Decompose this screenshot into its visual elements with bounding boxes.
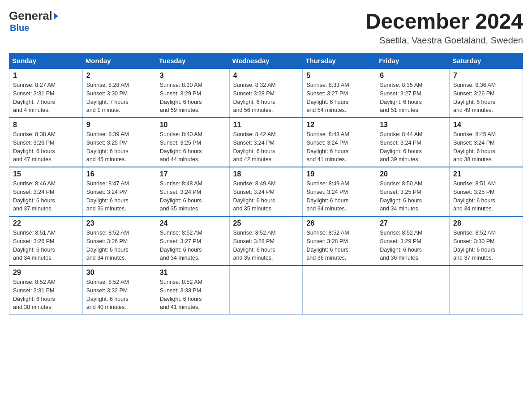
day-number: 29	[13, 269, 79, 277]
day-info: Sunrise: 8:36 AMSunset: 3:26 PMDaylight:…	[453, 81, 519, 115]
logo-text: General	[9, 9, 58, 23]
day-number: 11	[233, 121, 299, 129]
week-row: 29Sunrise: 8:52 AMSunset: 3:31 PMDayligh…	[9, 265, 523, 315]
calendar-cell	[229, 265, 303, 315]
calendar-cell: 10Sunrise: 8:40 AMSunset: 3:25 PMDayligh…	[156, 118, 229, 167]
calendar-cell: 4Sunrise: 8:32 AMSunset: 3:28 PMDaylight…	[229, 68, 303, 118]
day-number: 30	[86, 269, 152, 277]
day-info: Sunrise: 8:49 AMSunset: 3:24 PMDaylight:…	[233, 180, 299, 213]
calendar-cell	[376, 265, 450, 315]
header-monday: Monday	[82, 53, 156, 69]
day-info: Sunrise: 8:39 AMSunset: 3:25 PMDaylight:…	[86, 130, 152, 164]
calendar-cell: 15Sunrise: 8:46 AMSunset: 3:24 PMDayligh…	[9, 167, 83, 216]
header-thursday: Thursday	[303, 53, 376, 69]
header-saturday: Saturday	[450, 53, 523, 69]
day-number: 5	[306, 72, 372, 80]
calendar-cell	[450, 265, 523, 315]
day-info: Sunrise: 8:43 AMSunset: 3:24 PMDaylight:…	[306, 130, 372, 164]
calendar-cell: 18Sunrise: 8:49 AMSunset: 3:24 PMDayligh…	[229, 167, 303, 216]
day-info: Sunrise: 8:47 AMSunset: 3:24 PMDaylight:…	[86, 180, 152, 213]
calendar-cell: 16Sunrise: 8:47 AMSunset: 3:24 PMDayligh…	[82, 167, 156, 216]
title-area: December 2024 Saetila, Vaestra Goetaland…	[365, 9, 523, 46]
day-number: 26	[306, 219, 372, 227]
weekday-header-row: Sunday Monday Tuesday Wednesday Thursday…	[9, 53, 523, 69]
day-info: Sunrise: 8:50 AMSunset: 3:25 PMDaylight:…	[380, 180, 446, 213]
day-number: 16	[86, 170, 152, 178]
day-info: Sunrise: 8:48 AMSunset: 3:24 PMDaylight:…	[160, 180, 226, 213]
day-info: Sunrise: 8:52 AMSunset: 3:28 PMDaylight:…	[233, 229, 299, 262]
calendar-cell: 27Sunrise: 8:52 AMSunset: 3:29 PMDayligh…	[376, 216, 450, 265]
logo-blue-label: Blue	[10, 23, 29, 33]
calendar-cell: 12Sunrise: 8:43 AMSunset: 3:24 PMDayligh…	[303, 118, 376, 167]
day-info: Sunrise: 8:52 AMSunset: 3:32 PMDaylight:…	[86, 278, 152, 312]
calendar-cell: 22Sunrise: 8:51 AMSunset: 3:26 PMDayligh…	[9, 216, 83, 265]
day-number: 12	[306, 121, 372, 129]
week-row: 15Sunrise: 8:46 AMSunset: 3:24 PMDayligh…	[9, 167, 523, 216]
header-sunday: Sunday	[9, 53, 83, 69]
calendar-cell: 13Sunrise: 8:44 AMSunset: 3:24 PMDayligh…	[376, 118, 450, 167]
day-number: 6	[380, 72, 446, 80]
day-number: 20	[380, 170, 446, 178]
calendar-cell: 8Sunrise: 8:38 AMSunset: 3:26 PMDaylight…	[9, 118, 83, 167]
day-number: 9	[86, 121, 152, 129]
day-info: Sunrise: 8:51 AMSunset: 3:25 PMDaylight:…	[453, 180, 519, 213]
calendar-cell	[303, 265, 376, 315]
day-number: 23	[86, 219, 152, 227]
day-info: Sunrise: 8:35 AMSunset: 3:27 PMDaylight:…	[380, 81, 446, 115]
day-number: 25	[233, 219, 299, 227]
logo-general-text: General	[9, 9, 52, 23]
calendar-title: December 2024	[365, 9, 523, 34]
day-number: 7	[453, 72, 519, 80]
day-info: Sunrise: 8:49 AMSunset: 3:24 PMDaylight:…	[306, 180, 372, 213]
day-info: Sunrise: 8:33 AMSunset: 3:27 PMDaylight:…	[306, 81, 372, 115]
day-number: 10	[160, 121, 226, 129]
day-number: 4	[233, 72, 299, 80]
header-friday: Friday	[376, 53, 450, 69]
day-info: Sunrise: 8:28 AMSunset: 3:30 PMDaylight:…	[86, 81, 152, 115]
calendar-cell: 5Sunrise: 8:33 AMSunset: 3:27 PMDaylight…	[303, 68, 376, 118]
calendar-cell: 24Sunrise: 8:52 AMSunset: 3:27 PMDayligh…	[156, 216, 229, 265]
calendar-cell: 29Sunrise: 8:52 AMSunset: 3:31 PMDayligh…	[9, 265, 83, 315]
calendar-cell: 26Sunrise: 8:52 AMSunset: 3:28 PMDayligh…	[303, 216, 376, 265]
calendar-cell: 21Sunrise: 8:51 AMSunset: 3:25 PMDayligh…	[450, 167, 523, 216]
calendar-cell: 3Sunrise: 8:30 AMSunset: 3:29 PMDaylight…	[156, 68, 229, 118]
calendar-cell: 31Sunrise: 8:52 AMSunset: 3:33 PMDayligh…	[156, 265, 229, 315]
calendar-cell: 23Sunrise: 8:52 AMSunset: 3:26 PMDayligh…	[82, 216, 156, 265]
day-number: 22	[13, 219, 79, 227]
header-tuesday: Tuesday	[156, 53, 229, 69]
week-row: 22Sunrise: 8:51 AMSunset: 3:26 PMDayligh…	[9, 216, 523, 265]
day-number: 14	[453, 121, 519, 129]
calendar-cell: 6Sunrise: 8:35 AMSunset: 3:27 PMDaylight…	[376, 68, 450, 118]
day-number: 24	[160, 219, 226, 227]
day-info: Sunrise: 8:44 AMSunset: 3:24 PMDaylight:…	[380, 130, 446, 164]
day-info: Sunrise: 8:30 AMSunset: 3:29 PMDaylight:…	[160, 81, 226, 115]
day-info: Sunrise: 8:27 AMSunset: 3:31 PMDaylight:…	[13, 81, 79, 115]
day-info: Sunrise: 8:46 AMSunset: 3:24 PMDaylight:…	[13, 180, 79, 213]
day-number: 19	[306, 170, 372, 178]
calendar-cell: 30Sunrise: 8:52 AMSunset: 3:32 PMDayligh…	[82, 265, 156, 315]
calendar-cell: 19Sunrise: 8:49 AMSunset: 3:24 PMDayligh…	[303, 167, 376, 216]
day-info: Sunrise: 8:52 AMSunset: 3:29 PMDaylight:…	[380, 229, 446, 262]
calendar-cell: 1Sunrise: 8:27 AMSunset: 3:31 PMDaylight…	[9, 68, 83, 118]
day-info: Sunrise: 8:40 AMSunset: 3:25 PMDaylight:…	[160, 130, 226, 164]
week-row: 8Sunrise: 8:38 AMSunset: 3:26 PMDaylight…	[9, 118, 523, 167]
day-number: 18	[233, 170, 299, 178]
day-info: Sunrise: 8:52 AMSunset: 3:31 PMDaylight:…	[13, 278, 79, 312]
day-number: 17	[160, 170, 226, 178]
calendar-cell: 20Sunrise: 8:50 AMSunset: 3:25 PMDayligh…	[376, 167, 450, 216]
day-number: 28	[453, 219, 519, 227]
day-info: Sunrise: 8:52 AMSunset: 3:26 PMDaylight:…	[86, 229, 152, 262]
week-row: 1Sunrise: 8:27 AMSunset: 3:31 PMDaylight…	[9, 68, 523, 118]
header-wednesday: Wednesday	[229, 53, 303, 69]
day-info: Sunrise: 8:52 AMSunset: 3:27 PMDaylight:…	[160, 229, 226, 262]
header: General Blue December 2024 Saetila, Vaes…	[9, 9, 523, 46]
calendar-cell: 25Sunrise: 8:52 AMSunset: 3:28 PMDayligh…	[229, 216, 303, 265]
logo-arrow-icon	[54, 13, 58, 20]
calendar-table: Sunday Monday Tuesday Wednesday Thursday…	[9, 53, 523, 315]
day-number: 3	[160, 72, 226, 80]
day-number: 31	[160, 269, 226, 277]
calendar-subtitle: Saetila, Vaestra Goetaland, Sweden	[365, 35, 523, 46]
day-info: Sunrise: 8:45 AMSunset: 3:24 PMDaylight:…	[453, 130, 519, 164]
calendar-cell: 9Sunrise: 8:39 AMSunset: 3:25 PMDaylight…	[82, 118, 156, 167]
day-number: 8	[13, 121, 79, 129]
